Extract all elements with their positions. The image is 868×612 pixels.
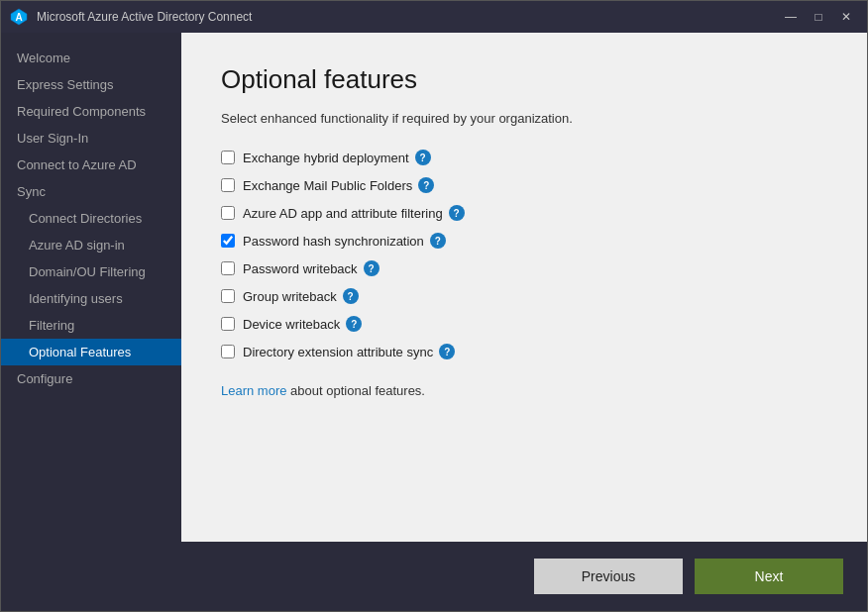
- sidebar-item-connect-directories[interactable]: Connect Directories: [1, 205, 181, 232]
- checkbox-group-writeback[interactable]: [221, 289, 235, 303]
- maximize-button[interactable]: □: [806, 7, 831, 27]
- checkbox-device-writeback[interactable]: [221, 317, 235, 331]
- feature-label-exchange-hybrid: Exchange hybrid deployment: [243, 151, 409, 165]
- previous-button[interactable]: Previous: [534, 559, 683, 594]
- page-title: Optional features: [221, 64, 827, 95]
- learn-more-link[interactable]: Learn more: [221, 383, 286, 398]
- help-icon-directory-extension[interactable]: ?: [439, 344, 455, 359]
- footer: Previous Next: [1, 542, 867, 611]
- sidebar-item-welcome[interactable]: Welcome: [1, 45, 181, 71]
- sidebar-item-azure-ad-sign-in[interactable]: Azure AD sign-in: [1, 232, 181, 258]
- feature-item-password-writeback: Password writeback?: [221, 260, 827, 276]
- help-icon-password-writeback[interactable]: ?: [364, 260, 380, 276]
- feature-item-exchange-mail: Exchange Mail Public Folders?: [221, 177, 827, 193]
- next-button[interactable]: Next: [695, 559, 843, 594]
- close-button[interactable]: ✕: [833, 7, 859, 27]
- feature-item-azure-ad-app: Azure AD app and attribute filtering?: [221, 205, 827, 221]
- checkbox-exchange-mail[interactable]: [221, 178, 235, 192]
- feature-list: Exchange hybrid deployment?Exchange Mail…: [221, 150, 827, 359]
- content-area: Optional features Select enhanced functi…: [181, 33, 867, 542]
- feature-label-exchange-mail: Exchange Mail Public Folders: [243, 178, 412, 193]
- learn-more-section: Learn more about optional features.: [221, 383, 827, 398]
- help-icon-password-hash[interactable]: ?: [430, 233, 446, 249]
- sidebar-item-identifying-users[interactable]: Identifying users: [1, 285, 181, 312]
- feature-label-password-hash: Password hash synchronization: [243, 234, 424, 249]
- checkbox-exchange-hybrid[interactable]: [221, 151, 235, 164]
- page-subtitle: Select enhanced functionality if require…: [221, 111, 827, 126]
- feature-label-password-writeback: Password writeback: [243, 261, 358, 276]
- sidebar-item-connect-azure-ad[interactable]: Connect to Azure AD: [1, 152, 181, 178]
- feature-item-directory-extension: Directory extension attribute sync?: [221, 344, 827, 359]
- sidebar-item-domain-ou-filtering[interactable]: Domain/OU Filtering: [1, 258, 181, 285]
- help-icon-exchange-hybrid[interactable]: ?: [415, 150, 431, 165]
- feature-item-password-hash: Password hash synchronization?: [221, 233, 827, 249]
- checkbox-azure-ad-app[interactable]: [221, 206, 235, 220]
- title-bar: A Microsoft Azure Active Directory Conne…: [1, 1, 867, 33]
- minimize-button[interactable]: —: [778, 7, 804, 27]
- help-icon-azure-ad-app[interactable]: ?: [449, 205, 465, 221]
- feature-label-group-writeback: Group writeback: [243, 289, 337, 304]
- help-icon-device-writeback[interactable]: ?: [346, 316, 362, 332]
- help-icon-exchange-mail[interactable]: ?: [418, 177, 434, 193]
- sidebar-item-required-components[interactable]: Required Components: [1, 98, 181, 125]
- window-title: Microsoft Azure Active Directory Connect: [37, 10, 778, 24]
- feature-label-directory-extension: Directory extension attribute sync: [243, 345, 433, 359]
- sidebar-item-configure[interactable]: Configure: [1, 365, 181, 392]
- feature-item-exchange-hybrid: Exchange hybrid deployment?: [221, 150, 827, 165]
- sidebar-item-optional-features[interactable]: Optional Features: [1, 339, 181, 365]
- main-content: WelcomeExpress SettingsRequired Componen…: [1, 33, 867, 542]
- help-icon-group-writeback[interactable]: ?: [343, 288, 359, 304]
- checkbox-password-hash[interactable]: [221, 234, 235, 248]
- sidebar-item-sync: Sync: [1, 178, 181, 205]
- checkbox-directory-extension[interactable]: [221, 345, 235, 358]
- sidebar-item-filtering[interactable]: Filtering: [1, 312, 181, 339]
- checkbox-password-writeback[interactable]: [221, 261, 235, 275]
- app-window: A Microsoft Azure Active Directory Conne…: [0, 0, 868, 612]
- learn-more-suffix: about optional features.: [286, 383, 425, 398]
- feature-item-device-writeback: Device writeback?: [221, 316, 827, 332]
- feature-label-azure-ad-app: Azure AD app and attribute filtering: [243, 206, 443, 221]
- window-controls: — □ ✕: [778, 7, 859, 27]
- sidebar-item-express-settings[interactable]: Express Settings: [1, 71, 181, 98]
- svg-text:A: A: [15, 12, 22, 23]
- feature-item-group-writeback: Group writeback?: [221, 288, 827, 304]
- feature-label-device-writeback: Device writeback: [243, 317, 340, 332]
- sidebar-item-user-sign-in[interactable]: User Sign-In: [1, 125, 181, 152]
- sidebar: WelcomeExpress SettingsRequired Componen…: [1, 33, 181, 542]
- app-icon: A: [9, 7, 29, 27]
